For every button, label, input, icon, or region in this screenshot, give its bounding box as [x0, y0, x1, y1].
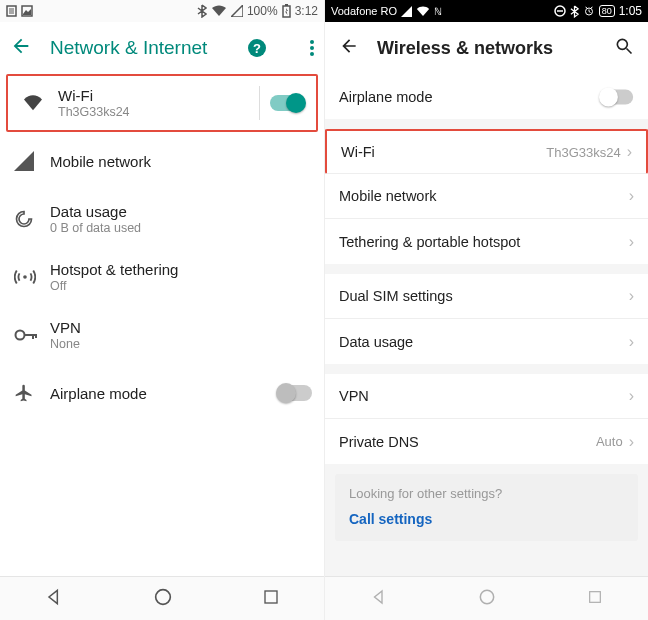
svg-rect-8 [285, 4, 288, 6]
doc-icon [6, 5, 17, 17]
svg-point-11 [23, 275, 27, 279]
airplane-label: Airplane mode [50, 385, 278, 402]
android-nav-bar [0, 576, 324, 620]
chevron-right-icon: › [629, 433, 634, 451]
call-settings-link[interactable]: Call settings [349, 511, 624, 527]
chevron-right-icon: › [629, 233, 634, 251]
svg-rect-14 [32, 334, 34, 339]
clock-text: 3:12 [295, 4, 318, 18]
chevron-right-icon: › [629, 333, 634, 351]
overflow-menu-icon[interactable] [310, 38, 314, 58]
airplane-row[interactable]: Airplane mode [0, 364, 324, 422]
airplane-label: Airplane mode [339, 89, 600, 105]
vpn-label: VPN [50, 319, 312, 336]
data-label: Data usage [50, 203, 312, 220]
nav-recent-icon[interactable] [587, 589, 603, 609]
page-title: Network & Internet [50, 37, 207, 59]
data-usage-row[interactable]: Data usage › [325, 319, 648, 364]
hotspot-sub: Off [50, 279, 312, 293]
nav-home-icon[interactable] [152, 586, 174, 612]
carrier-text: Vodafone RO [331, 5, 397, 17]
airplane-toggle[interactable] [278, 385, 312, 401]
chevron-right-icon: › [629, 287, 634, 305]
svg-marker-10 [14, 151, 34, 171]
tether-label: Tethering & portable hotspot [339, 234, 629, 250]
svg-rect-15 [35, 334, 37, 338]
vpn-key-icon [14, 328, 50, 342]
svg-rect-17 [265, 591, 277, 603]
svg-marker-9 [285, 8, 288, 15]
app-bar: Wireless & networks [325, 22, 648, 74]
signal-icon [401, 6, 412, 17]
status-bar: Vodafone RO ℕ 80 1:05 [325, 0, 648, 22]
vpn-sub: None [50, 337, 312, 351]
hotspot-icon [14, 266, 50, 288]
wifi-value: Th3G33ks24 [546, 145, 620, 160]
tethering-row[interactable]: Tethering & portable hotspot › [325, 219, 648, 264]
more-settings-card: Looking for other settings? Call setting… [335, 474, 638, 541]
help-icon[interactable]: ? [248, 39, 266, 57]
wifi-label: Wi-Fi [341, 144, 546, 160]
pdns-value: Auto [596, 434, 623, 449]
svg-marker-6 [231, 5, 243, 17]
svg-rect-13 [24, 334, 36, 336]
mobile-label: Mobile network [339, 188, 629, 204]
clock-text: 1:05 [619, 4, 642, 18]
android-nav-bar [325, 576, 648, 620]
vpn-label: VPN [339, 388, 629, 404]
private-dns-row[interactable]: Private DNS Auto › [325, 419, 648, 464]
signal-icon [14, 151, 50, 171]
data-label: Data usage [339, 334, 629, 350]
nav-back-icon[interactable] [44, 587, 64, 611]
wifi-row[interactable]: Wi-Fi Th3G33ks24 [6, 74, 318, 132]
status-bar: 100% 3:12 [0, 0, 324, 22]
data-usage-icon [14, 209, 50, 229]
svg-marker-18 [401, 6, 412, 17]
mobile-network-row[interactable]: Mobile network › [325, 174, 648, 219]
search-icon[interactable] [614, 36, 634, 60]
wifi-row[interactable]: Wi-Fi Th3G33ks24 › [325, 129, 648, 174]
svg-point-16 [156, 589, 171, 604]
battery-text: 80 [599, 5, 615, 17]
dual-sim-row[interactable]: Dual SIM settings › [325, 274, 648, 319]
svg-rect-25 [590, 591, 601, 602]
svg-line-23 [627, 49, 632, 54]
bluetooth-icon [197, 4, 207, 18]
nav-home-icon[interactable] [477, 587, 497, 611]
settings-list: Wi-Fi Th3G33ks24 Mobile network [0, 74, 324, 422]
back-icon[interactable] [339, 36, 359, 60]
chevron-right-icon: › [629, 387, 634, 405]
signal-icon [231, 5, 243, 17]
hotspot-label: Hotspot & tethering [50, 261, 312, 278]
wifi-label: Wi-Fi [58, 87, 259, 104]
nav-back-icon[interactable] [370, 588, 388, 610]
vpn-row[interactable]: VPN › [325, 374, 648, 419]
battery-icon [282, 4, 291, 18]
chevron-right-icon: › [627, 143, 632, 161]
data-usage-row[interactable]: Data usage 0 B of data used [0, 190, 324, 248]
alarm-icon [583, 5, 595, 17]
image-icon [21, 5, 33, 17]
wifi-icon [416, 6, 430, 17]
nav-recent-icon[interactable] [262, 588, 280, 610]
wifi-icon [22, 94, 58, 112]
svg-point-12 [16, 331, 25, 340]
more-settings-text: Looking for other settings? [349, 486, 624, 501]
airplane-toggle[interactable] [601, 89, 633, 104]
airplane-row[interactable]: Airplane mode [325, 74, 648, 119]
back-icon[interactable] [10, 35, 32, 61]
bluetooth-icon [570, 5, 579, 18]
dnd-icon [554, 5, 566, 17]
settings-list: Airplane mode Wi-Fi Th3G33ks24 › Mobile … [325, 74, 648, 547]
wifi-icon [211, 5, 227, 17]
mobile-network-row[interactable]: Mobile network [0, 132, 324, 190]
pdns-label: Private DNS [339, 434, 596, 450]
vpn-row[interactable]: VPN None [0, 306, 324, 364]
svg-marker-5 [23, 9, 31, 15]
battery-text: 100% [247, 4, 278, 18]
mobile-label: Mobile network [50, 153, 312, 170]
hotspot-row[interactable]: Hotspot & tethering Off [0, 248, 324, 306]
chevron-right-icon: › [629, 187, 634, 205]
wifi-toggle[interactable] [270, 95, 304, 111]
page-title: Wireless & networks [377, 38, 553, 59]
